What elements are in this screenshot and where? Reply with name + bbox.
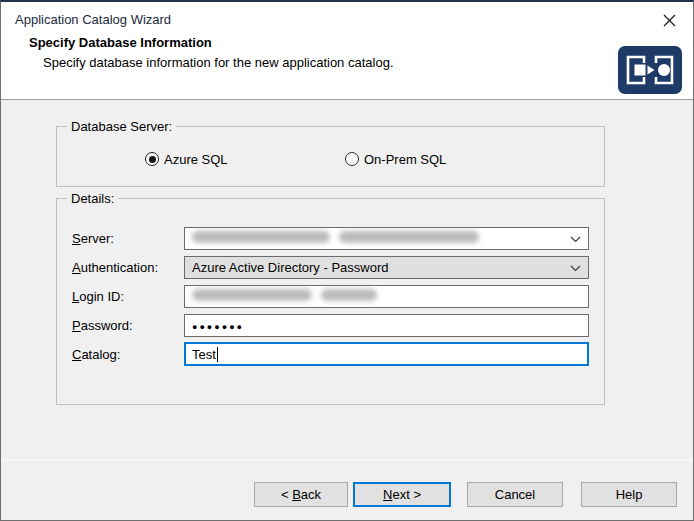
close-button[interactable]: [655, 8, 683, 32]
chevron-down-icon: [570, 236, 581, 243]
help-button-label: Help: [616, 487, 643, 502]
next-button[interactable]: Next >: [353, 482, 451, 507]
help-button[interactable]: Help: [581, 482, 677, 507]
application-catalog-wizard-dialog: Application Catalog Wizard Specify Datab…: [0, 0, 694, 521]
radio-on-prem-sql-label: On-Prem SQL: [364, 152, 446, 167]
database-server-group-label: Database Server:: [67, 119, 176, 134]
page-subtitle: Specify database information for the new…: [43, 55, 394, 70]
password-label: Password:: [72, 318, 133, 333]
database-server-group: Database Server: Azure SQL On-Prem SQL: [56, 126, 605, 187]
close-icon: [663, 14, 676, 27]
cancel-button[interactable]: Cancel: [467, 482, 563, 507]
authentication-label: Authentication:: [72, 260, 158, 275]
radio-on-prem-sql[interactable]: On-Prem SQL: [345, 151, 446, 167]
radio-azure-sql[interactable]: Azure SQL: [145, 151, 228, 167]
server-label: Server:: [72, 231, 114, 246]
window-title: Application Catalog Wizard: [15, 12, 171, 27]
back-button-label: < Back: [281, 487, 321, 502]
text-caret: [217, 347, 218, 362]
details-group-label: Details:: [67, 191, 118, 206]
password-input[interactable]: ●●●●●●●: [184, 314, 589, 337]
chevron-down-icon: [570, 265, 581, 272]
page-title: Specify Database Information: [29, 35, 212, 50]
radio-azure-sql-label: Azure SQL: [164, 152, 228, 167]
catalog-value: Test: [192, 347, 216, 362]
next-button-label: Next >: [383, 487, 421, 502]
radio-unselected-icon: [345, 152, 359, 166]
password-masked-value: ●●●●●●●: [192, 322, 244, 332]
authentication-value: Azure Active Directory - Password: [192, 260, 389, 275]
login-id-input[interactable]: [184, 285, 589, 308]
radio-selected-icon: [145, 152, 159, 166]
login-id-label: Login ID:: [72, 289, 124, 304]
server-combobox[interactable]: [184, 227, 589, 250]
redacted-value: [192, 289, 377, 304]
footer-separator: [1, 460, 693, 461]
app-logo-icon: [618, 46, 682, 94]
dialog-header: Application Catalog Wizard Specify Datab…: [1, 2, 693, 100]
back-button[interactable]: < Back: [254, 482, 348, 507]
details-group: Details: Server: Authentication: Azure A…: [56, 198, 605, 405]
catalog-input[interactable]: Test: [184, 342, 589, 366]
catalog-label: Catalog:: [72, 347, 120, 362]
redacted-value: [192, 231, 479, 246]
authentication-combobox[interactable]: Azure Active Directory - Password: [184, 256, 589, 279]
cancel-button-label: Cancel: [495, 487, 535, 502]
